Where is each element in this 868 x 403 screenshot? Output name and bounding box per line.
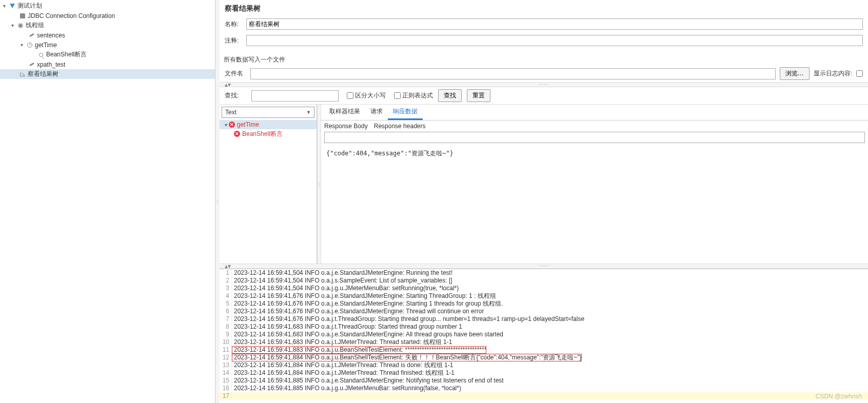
gear-icon xyxy=(17,22,24,29)
mid-vertical-splitter[interactable]: ⋮ xyxy=(317,105,321,264)
error-icon: ✕ xyxy=(229,122,235,128)
log-line-number: 4 xyxy=(220,292,232,300)
log-line-number: 8 xyxy=(220,323,232,331)
tree-label: BeanShell断言 xyxy=(46,50,87,59)
file-input[interactable] xyxy=(250,68,776,79)
result-sample[interactable]: ▾ ✕ getTime xyxy=(220,120,317,129)
showlog-label: 显示日志内容: xyxy=(814,69,852,78)
log-line-text: 2023-12-14 16:59:41,676 INFO o.a.j.e.Sta… xyxy=(232,292,496,300)
log-row: 102023-12-14 16:59:41,683 INFO o.a.j.t.J… xyxy=(220,338,868,346)
tree-beanshell[interactable]: BeanShell断言 xyxy=(0,50,215,59)
toggle-icon[interactable]: ▾ xyxy=(223,122,229,128)
clock-icon xyxy=(26,42,33,49)
response-body[interactable]: {"code":404,"message":"资源飞走啦~"} xyxy=(321,146,868,264)
log-row: 142023-12-14 16:59:41,884 INFO o.a.j.t.J… xyxy=(220,369,868,377)
log-splitter[interactable]: ▴▾⋯⋯ xyxy=(220,264,868,269)
tree-gettime[interactable]: ▾ getTime xyxy=(0,40,215,50)
search-input[interactable] xyxy=(251,90,339,102)
tree-label: sentences xyxy=(37,32,65,39)
log-lines[interactable]: 12023-12-14 16:59:41,504 INFO o.a.j.e.St… xyxy=(220,269,868,403)
reset-button[interactable]: 重置 xyxy=(467,89,490,102)
name-label: 名称: xyxy=(225,20,246,29)
log-panel: 12023-12-14 16:59:41,504 INFO o.a.j.e.St… xyxy=(220,269,868,403)
log-line-number: 1 xyxy=(220,269,232,277)
tree-label: 测试计划 xyxy=(17,2,42,10)
log-line-number: 16 xyxy=(220,385,232,392)
log-row: 42023-12-14 16:59:41,676 INFO o.a.j.e.St… xyxy=(220,292,868,300)
name-input[interactable] xyxy=(246,18,863,30)
log-line-number: 6 xyxy=(220,308,232,315)
tab-request[interactable]: 请求 xyxy=(365,105,388,120)
log-line-number: 17 xyxy=(220,392,232,400)
file-label: 文件名 xyxy=(225,69,246,78)
wrench-icon xyxy=(28,61,35,68)
log-line-number: 13 xyxy=(220,361,232,369)
log-row: 122023-12-14 16:59:41,884 INFO o.a.j.u.B… xyxy=(220,354,868,361)
file-section-title: 所有数据写入一个文件 xyxy=(220,53,868,65)
horizontal-splitter[interactable]: ▴▾⋯⋯ xyxy=(220,82,868,87)
case-label: 区分大小写 xyxy=(355,91,386,100)
regex-checkbox[interactable] xyxy=(394,92,401,99)
log-row: 12023-12-14 16:59:41,504 INFO o.a.j.e.St… xyxy=(220,269,868,277)
log-line-text: 2023-12-14 16:59:41,683 INFO o.a.j.e.Sta… xyxy=(232,331,503,338)
regex-label: 正则表达式 xyxy=(402,91,433,100)
error-icon: ✕ xyxy=(234,131,240,137)
result-tree-panel: Text ▼ ▾ ✕ getTime ✕ BeanShell断言 xyxy=(220,105,317,264)
tree-jdbc[interactable]: JDBC Connection Configuration xyxy=(0,11,215,21)
comment-input[interactable] xyxy=(246,35,863,46)
tree-label: getTime xyxy=(35,42,57,49)
log-line-text: 2023-12-14 16:59:41,885 INFO o.a.j.g.u.J… xyxy=(232,385,461,392)
log-line-text: 2023-12-14 16:59:41,883 INFO o.a.j.u.Bea… xyxy=(232,346,486,354)
log-line-number: 3 xyxy=(220,285,232,292)
log-line-text: 2023-12-14 16:59:41,504 INFO o.a.j.e.Sta… xyxy=(232,269,452,277)
vertical-splitter[interactable]: ⋮ xyxy=(215,0,220,403)
log-row: 82023-12-14 16:59:41,683 INFO o.a.j.t.Th… xyxy=(220,323,868,331)
log-line-text: 2023-12-14 16:59:41,504 INFO o.a.j.g.u.J… xyxy=(232,285,459,292)
flask-icon xyxy=(9,3,16,10)
log-line-number: 5 xyxy=(220,300,232,308)
case-checkbox[interactable] xyxy=(347,92,353,99)
showlog-checkbox[interactable] xyxy=(856,70,863,77)
log-line-text: 2023-12-14 16:59:41,683 INFO o.a.j.t.JMe… xyxy=(232,338,452,346)
test-plan-tree[interactable]: ▾ 测试计划 JDBC Connection Configuration ▾ 线… xyxy=(0,0,215,403)
tab-response[interactable]: 响应数据 xyxy=(388,105,423,120)
log-row: 17 xyxy=(220,392,868,400)
log-row: 162023-12-14 16:59:41,885 INFO o.a.j.g.u… xyxy=(220,385,868,392)
tree-results[interactable]: 察看结果树 xyxy=(0,69,215,79)
tree-root[interactable]: ▾ 测试计划 xyxy=(0,1,215,11)
wrench-icon xyxy=(28,32,35,39)
toggle-icon[interactable]: ▾ xyxy=(9,23,15,28)
log-line-number: 10 xyxy=(220,338,232,346)
log-row: 62023-12-14 16:59:41,676 INFO o.a.j.e.St… xyxy=(220,308,868,315)
chart-icon xyxy=(19,71,26,78)
log-line-number: 15 xyxy=(220,377,232,385)
log-line-text: 2023-12-14 16:59:41,884 INFO o.a.j.t.JMe… xyxy=(232,361,453,369)
tree-label: 线程组 xyxy=(26,21,44,30)
result-label: getTime xyxy=(237,121,259,128)
tree-threadgroup[interactable]: ▾ 线程组 xyxy=(0,21,215,30)
log-row: 112023-12-14 16:59:41,883 INFO o.a.j.u.B… xyxy=(220,346,868,354)
log-row: 152023-12-14 16:59:41,885 INFO o.a.j.e.S… xyxy=(220,377,868,385)
search-button[interactable]: 查找 xyxy=(438,89,462,102)
tree-xpath[interactable]: xpath_test xyxy=(0,59,215,69)
type-select[interactable]: Text ▼ xyxy=(222,107,314,118)
search-label: 查找: xyxy=(225,91,246,100)
tab-sampler[interactable]: 取样器结果 xyxy=(324,105,365,120)
result-assertion[interactable]: ✕ BeanShell断言 xyxy=(220,129,317,138)
tree-label: xpath_test xyxy=(37,61,65,68)
browse-button[interactable]: 浏览… xyxy=(780,67,810,80)
response-filter-input[interactable] xyxy=(324,132,865,143)
subtab-headers[interactable]: Response headers xyxy=(374,123,426,130)
log-line-text: 2023-12-14 16:59:41,676 INFO o.a.j.e.Sta… xyxy=(232,300,503,308)
log-row: 22023-12-14 16:59:41,504 INFO o.a.j.s.Sa… xyxy=(220,277,868,285)
chevron-down-icon: ▼ xyxy=(306,110,311,115)
tree-sentences[interactable]: sentences xyxy=(0,30,215,40)
toggle-icon[interactable]: ▾ xyxy=(1,3,7,9)
log-line-text: 2023-12-14 16:59:41,683 INFO o.a.j.t.Thr… xyxy=(232,323,462,331)
log-line-number: 9 xyxy=(220,331,232,338)
toggle-icon[interactable]: ▾ xyxy=(18,42,25,48)
subtab-body[interactable]: Response Body xyxy=(324,123,368,130)
log-row: 32023-12-14 16:59:41,504 INFO o.a.j.g.u.… xyxy=(220,285,868,292)
watermark: CSDN @zwhnsh xyxy=(816,393,862,400)
result-label: BeanShell断言 xyxy=(242,130,283,138)
